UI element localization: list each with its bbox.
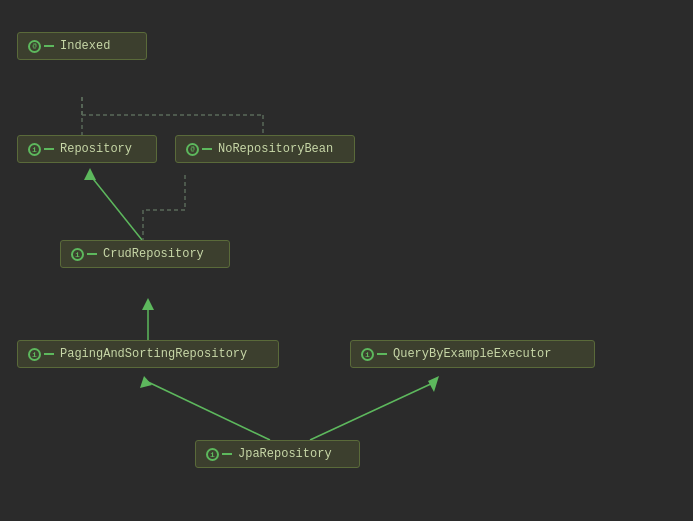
svg-line-11: [148, 382, 270, 440]
i-icon: i: [361, 348, 374, 361]
node-norepositorybean: @ NoRepositoryBean: [175, 135, 355, 163]
svg-marker-10: [142, 298, 154, 310]
node-repository-icon: i: [28, 143, 54, 156]
svg-marker-5: [84, 168, 96, 180]
node-crudrepository-label: CrudRepository: [103, 247, 204, 261]
dash-icon: [87, 253, 97, 255]
dash-icon: [44, 148, 54, 150]
svg-marker-14: [428, 376, 439, 392]
i-icon: i: [28, 348, 41, 361]
svg-line-13: [310, 382, 435, 440]
node-crudrepository: i CrudRepository: [60, 240, 230, 268]
diagram-container: @ Indexed i Repository @ NoRepositoryBea…: [0, 0, 693, 521]
node-jpa-label: JpaRepository: [238, 447, 332, 461]
node-repository: i Repository: [17, 135, 157, 163]
node-paging-label: PagingAndSortingRepository: [60, 347, 247, 361]
node-indexed-label: Indexed: [60, 39, 110, 53]
node-repository-label: Repository: [60, 142, 132, 156]
dash-icon: [202, 148, 212, 150]
i-icon: i: [28, 143, 41, 156]
svg-marker-12: [140, 376, 152, 388]
node-pagingandsortingrepository: i PagingAndSortingRepository: [17, 340, 279, 368]
i-icon: i: [206, 448, 219, 461]
at-icon: @: [28, 40, 41, 53]
dash-icon: [377, 353, 387, 355]
node-querybyexampleexecutor: i QueryByExampleExecutor: [350, 340, 595, 368]
dash-icon: [44, 353, 54, 355]
at-icon: @: [186, 143, 199, 156]
node-jparepository: i JpaRepository: [195, 440, 360, 468]
node-crudrepository-icon: i: [71, 248, 97, 261]
node-indexed-icon: @: [28, 40, 54, 53]
node-jpa-icon: i: [206, 448, 232, 461]
i-icon: i: [71, 248, 84, 261]
node-query-icon: i: [361, 348, 387, 361]
svg-line-4: [90, 175, 142, 240]
node-norepositorybean-icon: @: [186, 143, 212, 156]
dash-icon: [222, 453, 232, 455]
node-norepositorybean-label: NoRepositoryBean: [218, 142, 333, 156]
dash-icon: [44, 45, 54, 47]
node-query-label: QueryByExampleExecutor: [393, 347, 551, 361]
node-indexed: @ Indexed: [17, 32, 147, 60]
node-paging-icon: i: [28, 348, 54, 361]
